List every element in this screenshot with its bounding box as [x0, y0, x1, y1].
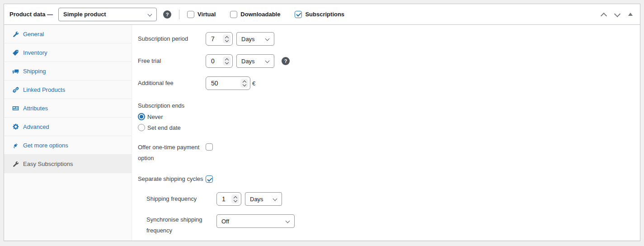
- product-type-select-wrap: Simple product: [58, 8, 157, 21]
- plug-icon: [12, 142, 19, 149]
- subscription-period-unit-select[interactable]: Days: [236, 32, 274, 46]
- separate-shipping-row: Separate shipping cycles: [138, 174, 631, 184]
- help-icon[interactable]: ?: [163, 10, 171, 19]
- product-data-metabox: Product data — Simple product ? Virtual …: [4, 4, 640, 241]
- separate-shipping-label: Separate shipping cycles: [138, 174, 206, 184]
- synchronise-select-wrap: Off: [216, 214, 295, 228]
- subscription-ends-option-never[interactable]: Never: [138, 111, 631, 122]
- stepper-icon[interactable]: [240, 79, 248, 88]
- free-trial-input-wrap: [206, 54, 233, 68]
- subscription-ends-label: Subscription ends: [138, 100, 631, 111]
- subscription-period-unit-wrap: Days: [236, 32, 274, 46]
- free-trial-row: Free trial Days ?: [138, 54, 631, 68]
- tab-linked-products[interactable]: Linked Products: [4, 80, 132, 99]
- help-icon[interactable]: ?: [282, 57, 290, 65]
- subscription-period-row: Subscription period Days: [138, 32, 631, 46]
- tab-label: General: [23, 31, 44, 37]
- downloadable-checkbox-item[interactable]: Downloadable: [230, 11, 280, 18]
- tab-label: Get more options: [23, 142, 68, 148]
- never-label: Never: [147, 114, 163, 120]
- additional-fee-row: Additional fee €: [138, 76, 631, 90]
- tab-shipping[interactable]: Shipping: [4, 62, 132, 80]
- downloadable-label: Downloadable: [240, 11, 280, 18]
- tab-advanced[interactable]: Advanced: [4, 118, 132, 136]
- currency-symbol: €: [252, 80, 255, 87]
- chevron-down-icon[interactable]: [615, 12, 620, 17]
- chevron-up-icon[interactable]: [601, 12, 606, 17]
- subscriptions-label: Subscriptions: [305, 11, 344, 18]
- one-time-payment-label: Offer one-time payment option: [138, 142, 206, 164]
- shipping-frequency-unit-wrap: Days: [245, 192, 282, 206]
- free-trial-unit-wrap: Days: [236, 54, 274, 68]
- product-type-options: Virtual Downloadable Subscriptions: [187, 11, 344, 18]
- subscription-ends-group: Subscription ends Never Set end date: [138, 100, 631, 133]
- separate-shipping-checkbox[interactable]: [206, 175, 213, 183]
- subscription-period-input-wrap: [206, 32, 233, 46]
- panel-title: Product data —: [9, 11, 53, 18]
- tab-label: Attributes: [23, 105, 48, 111]
- never-radio[interactable]: [138, 113, 145, 120]
- free-trial-unit-select[interactable]: Days: [236, 54, 274, 68]
- stepper-icon[interactable]: [223, 34, 230, 43]
- tab-label: Easy Subscriptions: [23, 161, 73, 167]
- subscription-ends-option-set-end-date[interactable]: Set end date: [138, 122, 631, 133]
- stepper-icon[interactable]: [231, 194, 239, 203]
- tab-label: Shipping: [23, 68, 46, 74]
- shipping-frequency-input-wrap: [216, 192, 241, 206]
- set-end-date-label: Set end date: [147, 124, 181, 131]
- tab-get-more-options[interactable]: Get more options: [4, 136, 132, 155]
- shipping-frequency-label: Shipping frequency: [146, 194, 216, 204]
- product-data-tabs: General Inventory Shipping Linked Produc…: [4, 25, 132, 241]
- gear-icon: [12, 123, 19, 130]
- free-trial-label: Free trial: [138, 56, 206, 66]
- tab-label: Inventory: [23, 49, 47, 56]
- virtual-checkbox-item[interactable]: Virtual: [187, 11, 216, 18]
- toggle-panel-icon[interactable]: [628, 13, 633, 16]
- synchronise-select[interactable]: Off: [216, 214, 295, 228]
- one-time-payment-row: Offer one-time payment option: [138, 142, 631, 164]
- product-type-select[interactable]: Simple product: [58, 8, 157, 21]
- subscription-period-label: Subscription period: [138, 33, 206, 44]
- additional-fee-label: Additional fee: [138, 78, 206, 89]
- metabox-body: General Inventory Shipping Linked Produc…: [4, 25, 640, 241]
- wrench-icon: [12, 161, 19, 167]
- metabox-controls: [601, 12, 635, 17]
- set-end-date-radio[interactable]: [138, 124, 145, 131]
- synchronise-row: Synchronise shipping frequency Off: [146, 214, 631, 236]
- tab-general[interactable]: General: [4, 25, 132, 43]
- easy-subscriptions-panel: Subscription period Days Free trial: [132, 25, 640, 241]
- tab-label: Linked Products: [23, 86, 65, 93]
- tab-inventory[interactable]: Inventory: [4, 43, 132, 62]
- wrench-icon: [12, 31, 19, 38]
- tag-icon: [12, 49, 19, 56]
- shipping-frequency-unit-select[interactable]: Days: [245, 192, 282, 206]
- virtual-checkbox[interactable]: [187, 11, 194, 18]
- shipping-frequency-row: Shipping frequency Days: [146, 192, 631, 206]
- subscriptions-checkbox[interactable]: [295, 11, 302, 18]
- index-card-icon: [12, 105, 19, 112]
- additional-fee-input-wrap: [206, 76, 250, 90]
- subscriptions-checkbox-item[interactable]: Subscriptions: [295, 11, 344, 18]
- metabox-header: Product data — Simple product ? Virtual …: [4, 4, 640, 25]
- synchronise-label: Synchronise shipping frequency: [146, 214, 216, 236]
- link-icon: [12, 86, 19, 93]
- tab-attributes[interactable]: Attributes: [4, 99, 132, 118]
- divider: [179, 9, 179, 19]
- downloadable-checkbox[interactable]: [230, 11, 237, 18]
- tab-label: Advanced: [23, 123, 49, 130]
- tab-easy-subscriptions[interactable]: Easy Subscriptions: [4, 155, 132, 173]
- virtual-label: Virtual: [197, 11, 216, 18]
- truck-icon: [12, 68, 19, 75]
- one-time-payment-checkbox[interactable]: [206, 143, 213, 151]
- stepper-icon[interactable]: [223, 57, 230, 66]
